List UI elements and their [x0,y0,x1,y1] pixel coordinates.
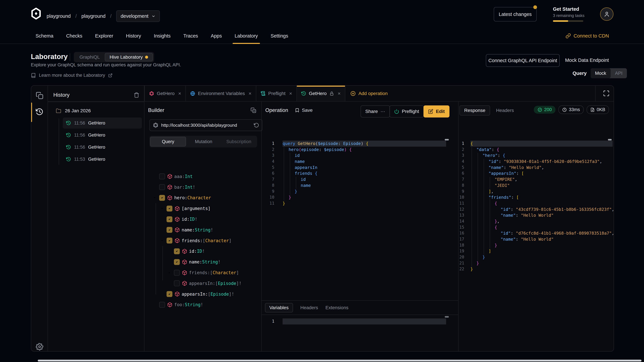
nav-item-checks[interactable]: Checks [66,28,82,43]
connect-graphql-endpoint-button[interactable]: Connect GraphQL API Endpoint [486,54,560,67]
operation-type-mutation[interactable]: Mutation [186,137,221,146]
field-row-appearsIn[interactable]: appearsIn: [Episode]! [144,289,261,300]
field-row-name[interactable]: name: String! [144,257,261,267]
user-avatar[interactable] [600,7,614,21]
tab-response-headers[interactable]: Headers [496,108,514,113]
fullscreen-icon[interactable] [602,90,610,97]
field-checkbox[interactable] [174,259,180,265]
edit-button[interactable]: Edit [424,105,450,117]
field-row-friends[interactable]: friends: [Character] [144,235,261,246]
latest-changes-button[interactable]: Latest changes [494,7,537,21]
collapse-panel-icon[interactable] [250,107,256,113]
chevron-down-icon[interactable] [160,239,166,243]
editor-scrollbar-thumb[interactable] [608,139,612,140]
field-checkbox[interactable] [174,270,180,276]
field-checkbox[interactable] [166,216,172,222]
nav-item-schema[interactable]: Schema [36,28,53,43]
field-row-aaa[interactable]: aaa: Int [144,171,261,182]
field-checkbox[interactable] [174,280,180,286]
nav-item-insights[interactable]: Insights [154,28,170,43]
nav-item-apps[interactable]: Apps [211,28,222,43]
learn-more-link[interactable]: Learn more about the Laboratory [31,73,112,78]
tab-gethero[interactable]: GetHero× [297,86,345,101]
add-operation-button[interactable]: Add operation [345,86,392,101]
history-item[interactable]: 11:56GetHero [63,142,142,153]
query-editor[interactable]: 1query GetHero($episode: Episode) {2hero… [261,141,458,298]
chevron-down-icon[interactable] [153,196,159,200]
endpoint-url-value[interactable]: http://localhost:3000/api/lab/playground [161,123,251,128]
close-icon[interactable]: × [338,91,341,96]
nav-item-explorer[interactable]: Explorer [95,28,113,43]
field-checkbox[interactable] [166,206,172,212]
endpoint-url-input[interactable]: http://localhost:3000/api/lab/playground [150,119,262,131]
nav-item-history[interactable]: History [126,28,141,43]
mock-data-endpoint-button[interactable]: Mock Data Endpoint [564,54,610,66]
field-row-id[interactable]: id: ID! [144,214,261,225]
code-line: 11} [261,200,458,206]
breadcrumb-project[interactable]: playground [82,13,106,19]
request-mode-mock[interactable]: Mock [591,68,611,78]
field-row-arguments[interactable]: [arguments] [144,203,261,214]
chevron-down-icon[interactable] [160,207,166,210]
tab-headers[interactable]: Headers [300,305,318,310]
field-checkbox[interactable] [159,302,165,308]
operation-type-subscription[interactable]: Subscription [221,137,256,146]
field-checkbox[interactable] [166,291,172,297]
editor-scrollbar-thumb[interactable] [445,316,449,318]
response-viewer[interactable]: 1{2"data": {3"hero": {4"id": "93038304-0… [458,141,613,325]
history-item[interactable]: 11:53GetHero [63,154,142,165]
field-row-id[interactable]: id: ID! [144,246,261,257]
share-button[interactable]: Share ⋯ [360,105,390,117]
field-checkbox[interactable] [159,184,165,190]
breadcrumb-org[interactable]: playground [46,13,71,19]
connect-to-cdn-link[interactable]: Connect to CDN [566,28,609,43]
get-started-widget[interactable]: Get Started 3 remaining tasks [553,6,586,22]
request-mode-api[interactable]: API [611,68,627,78]
history-rail-icon[interactable] [35,107,44,116]
nav-item-traces[interactable]: Traces [183,28,198,43]
history-item[interactable]: 11:56GetHero [63,130,142,141]
field-row-friends[interactable]: friends: [Character] [144,267,261,278]
chevron-right-icon[interactable] [168,271,174,275]
close-icon[interactable]: × [178,91,181,96]
history-item[interactable]: 11:56GetHero [63,117,142,129]
more-options-icon[interactable]: ⋯ [380,109,385,114]
field-checkbox[interactable] [166,227,172,233]
lab-toggle-graphiql[interactable]: GraphiQL [75,53,104,61]
tab-preflight[interactable]: Preflight× [256,86,297,101]
nav-item-settings[interactable]: Settings [271,28,288,43]
field-checkbox[interactable] [174,248,180,254]
nav-item-laboratory[interactable]: Laboratory [234,28,258,43]
trash-icon[interactable] [134,92,140,98]
collections-icon[interactable] [35,91,44,100]
close-icon[interactable]: × [248,91,252,96]
lab-toggle-hive-laboratory[interactable]: Hive Laboratory [105,53,153,61]
tab-variables[interactable]: Variables [265,303,293,312]
field-row-name[interactable]: name: String! [144,225,261,235]
field-checkbox[interactable] [166,238,172,244]
hive-logo-icon[interactable] [30,8,42,19]
gear-icon[interactable] [35,343,44,351]
field-row-foo[interactable]: foo: String! [144,300,261,310]
tab-gethero[interactable]: GetHero× [144,86,186,101]
history-date-group[interactable]: 26 Jan 2026 [56,108,91,113]
tab-environment-variables[interactable]: Environment Variables× [186,86,256,101]
field-checkbox[interactable] [159,195,165,201]
refresh-icon[interactable] [254,122,259,128]
page-horizontal-scrollbar[interactable] [38,360,642,362]
save-button[interactable]: Save [295,108,312,113]
field-row-hero[interactable]: hero: Character [144,193,261,203]
field-checkbox[interactable] [159,173,165,179]
external-link-icon [108,73,112,78]
tab-extensions[interactable]: Extensions [326,305,348,310]
variables-editor[interactable]: 1 [261,319,458,339]
tab-response[interactable]: Response [460,105,490,115]
target-selector[interactable]: development [116,10,160,22]
close-icon[interactable]: × [289,91,292,96]
field-row-bar[interactable]: bar: Int! [144,182,261,193]
operation-type-query[interactable]: Query [150,137,186,146]
field-row-appearsIn[interactable]: appearsIn: [Episode]! [144,278,261,289]
preflight-button[interactable]: Preflight [390,105,424,117]
code-line: 5"name": "Hello World", [458,165,613,171]
editor-scrollbar-thumb[interactable] [445,139,449,140]
